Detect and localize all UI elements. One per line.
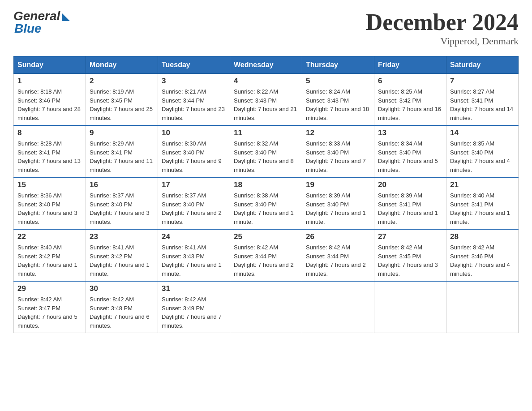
day-number: 30 — [90, 284, 154, 293]
day-number: 15 — [17, 180, 82, 189]
day-info: Sunrise: 8:25 AMSunset: 3:42 PMDaylight:… — [378, 87, 442, 122]
header-friday: Friday — [374, 56, 446, 74]
day-number: 7 — [450, 77, 515, 86]
day-number: 13 — [378, 128, 442, 137]
table-row: 22 Sunrise: 8:40 AMSunset: 3:42 PMDaylig… — [14, 229, 86, 281]
calendar-week-row: 29 Sunrise: 8:42 AMSunset: 3:47 PMDaylig… — [14, 281, 519, 333]
day-number: 11 — [234, 128, 298, 137]
day-number: 12 — [306, 128, 370, 137]
day-info: Sunrise: 8:18 AMSunset: 3:46 PMDaylight:… — [17, 87, 82, 122]
day-number: 14 — [450, 128, 515, 137]
day-number: 29 — [17, 284, 82, 293]
table-row: 15 Sunrise: 8:36 AMSunset: 3:40 PMDaylig… — [14, 177, 86, 229]
table-row: 31 Sunrise: 8:42 AMSunset: 3:49 PMDaylig… — [158, 281, 230, 333]
table-row: 2 Sunrise: 8:19 AMSunset: 3:45 PMDayligh… — [86, 74, 158, 126]
calendar-location: Vipperod, Denmark — [366, 35, 519, 47]
day-info: Sunrise: 8:42 AMSunset: 3:44 PMDaylight:… — [234, 243, 298, 278]
day-info: Sunrise: 8:35 AMSunset: 3:40 PMDaylight:… — [450, 139, 515, 174]
day-info: Sunrise: 8:40 AMSunset: 3:41 PMDaylight:… — [450, 191, 515, 226]
table-row: 24 Sunrise: 8:41 AMSunset: 3:43 PMDaylig… — [158, 229, 230, 281]
header-wednesday: Wednesday — [230, 56, 302, 74]
day-number: 19 — [306, 180, 370, 189]
table-row: 16 Sunrise: 8:37 AMSunset: 3:40 PMDaylig… — [86, 177, 158, 229]
day-number: 25 — [234, 232, 298, 241]
table-row: 28 Sunrise: 8:42 AMSunset: 3:46 PMDaylig… — [446, 229, 519, 281]
table-row: 11 Sunrise: 8:32 AMSunset: 3:40 PMDaylig… — [230, 125, 302, 177]
day-info: Sunrise: 8:19 AMSunset: 3:45 PMDaylight:… — [90, 87, 154, 122]
day-info: Sunrise: 8:42 AMSunset: 3:49 PMDaylight:… — [162, 295, 226, 330]
table-row: 30 Sunrise: 8:42 AMSunset: 3:48 PMDaylig… — [86, 281, 158, 333]
day-info: Sunrise: 8:42 AMSunset: 3:44 PMDaylight:… — [306, 243, 370, 278]
day-number: 22 — [17, 232, 82, 241]
day-info: Sunrise: 8:37 AMSunset: 3:40 PMDaylight:… — [162, 191, 226, 226]
calendar-week-row: 15 Sunrise: 8:36 AMSunset: 3:40 PMDaylig… — [14, 177, 519, 229]
table-row: 4 Sunrise: 8:22 AMSunset: 3:43 PMDayligh… — [230, 74, 302, 126]
day-info: Sunrise: 8:38 AMSunset: 3:40 PMDaylight:… — [234, 191, 298, 226]
calendar-week-row: 22 Sunrise: 8:40 AMSunset: 3:42 PMDaylig… — [14, 229, 519, 281]
table-row: 9 Sunrise: 8:29 AMSunset: 3:41 PMDayligh… — [86, 125, 158, 177]
day-number: 18 — [234, 180, 298, 189]
table-row: 7 Sunrise: 8:27 AMSunset: 3:41 PMDayligh… — [446, 74, 519, 126]
table-row: 18 Sunrise: 8:38 AMSunset: 3:40 PMDaylig… — [230, 177, 302, 229]
day-info: Sunrise: 8:39 AMSunset: 3:41 PMDaylight:… — [378, 191, 442, 226]
day-number: 28 — [450, 232, 515, 241]
day-info: Sunrise: 8:42 AMSunset: 3:47 PMDaylight:… — [17, 295, 82, 330]
header-tuesday: Tuesday — [158, 56, 230, 74]
table-row — [374, 281, 446, 333]
day-info: Sunrise: 8:41 AMSunset: 3:42 PMDaylight:… — [90, 243, 154, 278]
day-info: Sunrise: 8:33 AMSunset: 3:40 PMDaylight:… — [306, 139, 370, 174]
calendar-title: December 2024 — [366, 9, 519, 35]
day-info: Sunrise: 8:29 AMSunset: 3:41 PMDaylight:… — [90, 139, 154, 174]
table-row: 8 Sunrise: 8:28 AMSunset: 3:41 PMDayligh… — [14, 125, 86, 177]
day-info: Sunrise: 8:21 AMSunset: 3:44 PMDaylight:… — [162, 87, 226, 122]
calendar-table: Sunday Monday Tuesday Wednesday Thursday… — [13, 56, 519, 333]
table-row: 19 Sunrise: 8:39 AMSunset: 3:40 PMDaylig… — [302, 177, 374, 229]
table-row: 27 Sunrise: 8:42 AMSunset: 3:45 PMDaylig… — [374, 229, 446, 281]
table-row: 5 Sunrise: 8:24 AMSunset: 3:43 PMDayligh… — [302, 74, 374, 126]
calendar-week-row: 8 Sunrise: 8:28 AMSunset: 3:41 PMDayligh… — [14, 125, 519, 177]
table-row: 23 Sunrise: 8:41 AMSunset: 3:42 PMDaylig… — [86, 229, 158, 281]
day-number: 5 — [306, 77, 370, 86]
table-row: 14 Sunrise: 8:35 AMSunset: 3:40 PMDaylig… — [446, 125, 519, 177]
calendar-header-row: Sunday Monday Tuesday Wednesday Thursday… — [14, 56, 519, 74]
table-row: 21 Sunrise: 8:40 AMSunset: 3:41 PMDaylig… — [446, 177, 519, 229]
table-row: 10 Sunrise: 8:30 AMSunset: 3:40 PMDaylig… — [158, 125, 230, 177]
day-info: Sunrise: 8:24 AMSunset: 3:43 PMDaylight:… — [306, 87, 370, 122]
day-info: Sunrise: 8:41 AMSunset: 3:43 PMDaylight:… — [162, 243, 226, 278]
day-info: Sunrise: 8:37 AMSunset: 3:40 PMDaylight:… — [90, 191, 154, 226]
day-number: 26 — [306, 232, 370, 241]
day-number: 4 — [234, 77, 298, 86]
table-row — [230, 281, 302, 333]
table-row: 26 Sunrise: 8:42 AMSunset: 3:44 PMDaylig… — [302, 229, 374, 281]
day-number: 17 — [162, 180, 226, 189]
header-thursday: Thursday — [302, 56, 374, 74]
day-info: Sunrise: 8:39 AMSunset: 3:40 PMDaylight:… — [306, 191, 370, 226]
table-row: 12 Sunrise: 8:33 AMSunset: 3:40 PMDaylig… — [302, 125, 374, 177]
logo-arrow-icon — [62, 13, 70, 21]
day-info: Sunrise: 8:34 AMSunset: 3:40 PMDaylight:… — [378, 139, 442, 174]
day-number: 9 — [90, 128, 154, 137]
title-block: December 2024 Vipperod, Denmark — [366, 9, 519, 47]
day-number: 16 — [90, 180, 154, 189]
day-number: 8 — [17, 128, 82, 137]
logo-blue-text: Blue — [13, 21, 42, 36]
table-row: 6 Sunrise: 8:25 AMSunset: 3:42 PMDayligh… — [374, 74, 446, 126]
day-info: Sunrise: 8:42 AMSunset: 3:45 PMDaylight:… — [378, 243, 442, 278]
day-number: 23 — [90, 232, 154, 241]
day-number: 27 — [378, 232, 442, 241]
day-number: 2 — [90, 77, 154, 86]
table-row: 17 Sunrise: 8:37 AMSunset: 3:40 PMDaylig… — [158, 177, 230, 229]
header-sunday: Sunday — [14, 56, 86, 74]
day-number: 10 — [162, 128, 226, 137]
day-number: 6 — [378, 77, 442, 86]
day-info: Sunrise: 8:40 AMSunset: 3:42 PMDaylight:… — [17, 243, 82, 278]
table-row: 20 Sunrise: 8:39 AMSunset: 3:41 PMDaylig… — [374, 177, 446, 229]
table-row: 13 Sunrise: 8:34 AMSunset: 3:40 PMDaylig… — [374, 125, 446, 177]
table-row — [302, 281, 374, 333]
logo: General Blue — [13, 9, 70, 36]
day-info: Sunrise: 8:32 AMSunset: 3:40 PMDaylight:… — [234, 139, 298, 174]
table-row: 29 Sunrise: 8:42 AMSunset: 3:47 PMDaylig… — [14, 281, 86, 333]
page-header: General Blue December 2024 Vipperod, Den… — [13, 9, 519, 47]
header-monday: Monday — [86, 56, 158, 74]
day-info: Sunrise: 8:30 AMSunset: 3:40 PMDaylight:… — [162, 139, 226, 174]
